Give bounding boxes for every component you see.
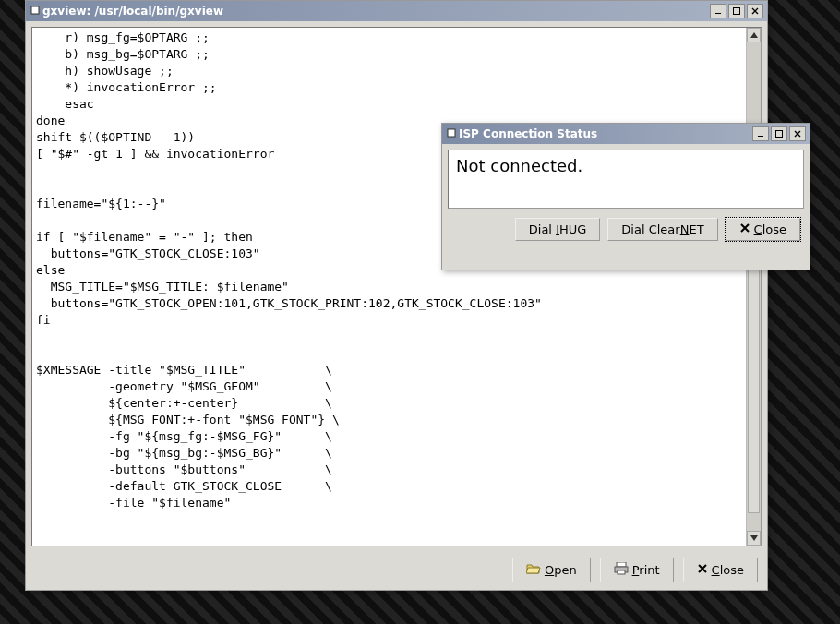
open-button[interactable]: Open	[512, 558, 591, 582]
app-menu-icon[interactable]	[30, 5, 41, 16]
printer-icon	[614, 562, 629, 578]
print-label: Print	[632, 563, 660, 577]
window-title: gxview: /usr/local/bin/gxview	[30, 5, 706, 18]
app-menu-icon[interactable]	[446, 127, 457, 138]
svg-rect-7	[618, 570, 625, 574]
close-button[interactable]: Close	[683, 558, 758, 582]
isp-dialog-titlebar[interactable]: ISP Connection Status	[442, 124, 810, 144]
svg-rect-2	[734, 8, 740, 15]
close-icon	[697, 563, 708, 577]
dialog-title: ISP Connection Status	[446, 127, 749, 140]
scroll-down-button[interactable]	[747, 531, 761, 546]
text-viewer: r) msg_fg=$OPTARG ;; b) msg_bg=$OPTARG ;…	[31, 27, 762, 546]
vertical-scrollbar[interactable]	[746, 28, 761, 546]
svg-rect-9	[758, 136, 763, 137]
dial-ihug-label: Dial IHUG	[529, 222, 587, 236]
maximize-button[interactable]	[728, 4, 745, 18]
dialog-button-row: Dial IHUG Dial ClearNET Close	[448, 209, 804, 241]
close-icon	[739, 222, 750, 236]
svg-rect-8	[448, 129, 455, 137]
svg-rect-5	[617, 562, 626, 567]
dialog-window-close-button[interactable]	[789, 126, 806, 141]
open-label: Open	[545, 563, 577, 577]
scroll-track[interactable]	[747, 42, 761, 531]
dialog-minimize-button[interactable]	[752, 126, 769, 141]
dialog-message: Not connected.	[448, 150, 804, 209]
window-close-button[interactable]	[747, 4, 763, 18]
dial-clearnet-label: Dial ClearNET	[621, 222, 703, 236]
main-button-row: Open Print Close	[26, 552, 767, 590]
svg-rect-0	[31, 6, 39, 14]
gxview-titlebar[interactable]: gxview: /usr/local/bin/gxview	[26, 1, 767, 21]
gxview-window: gxview: /usr/local/bin/gxview r) msg_fg=…	[25, 0, 768, 591]
print-button[interactable]: Print	[600, 558, 674, 582]
isp-dialog-window: ISP Connection Status Not connected. Dia…	[441, 123, 810, 270]
svg-rect-1	[715, 13, 721, 14]
dial-clearnet-button[interactable]: Dial ClearNET	[607, 218, 717, 241]
close-label: Close	[712, 563, 744, 577]
code-text: r) msg_fg=$OPTARG ;; b) msg_bg=$OPTARG ;…	[32, 28, 746, 546]
dial-ihug-button[interactable]: Dial IHUG	[515, 218, 601, 241]
dialog-body: Not connected. Dial IHUG Dial ClearNET C…	[448, 150, 804, 241]
dialog-close-label: Close	[754, 222, 786, 236]
svg-marker-4	[750, 535, 758, 541]
folder-open-icon	[526, 562, 541, 578]
scroll-up-button[interactable]	[747, 28, 761, 42]
svg-rect-10	[776, 131, 783, 138]
minimize-button[interactable]	[710, 4, 726, 18]
dialog-maximize-button[interactable]	[771, 126, 787, 141]
svg-marker-3	[750, 32, 758, 38]
dialog-close-button[interactable]: Close	[726, 218, 800, 241]
